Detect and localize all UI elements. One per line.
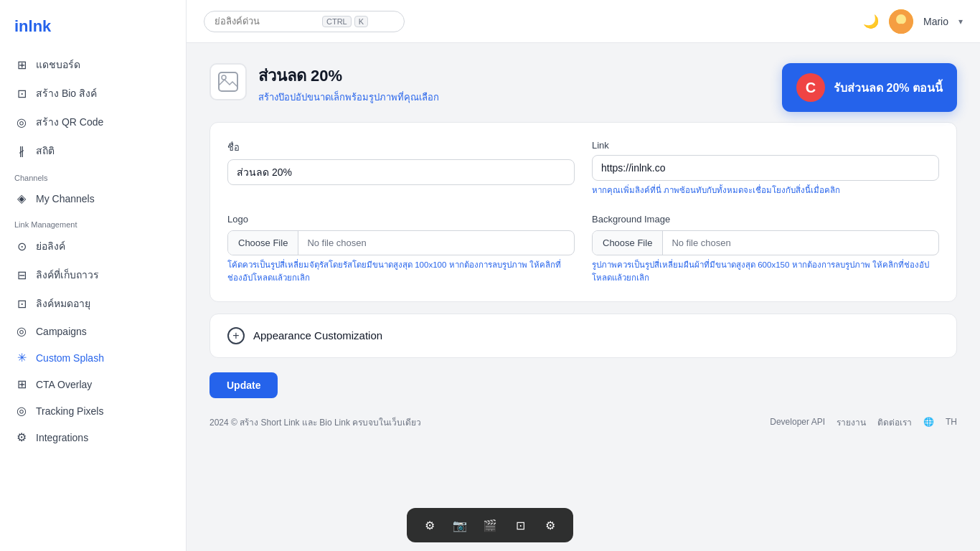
toolbar-settings-icon[interactable]: ⚙ [418, 514, 441, 537]
user-name[interactable]: Mario [923, 16, 948, 27]
bg-hint: รูปภาพควรเป็นรูปสี่เหลี่ยมผืนผ้าที่มีขนา… [592, 259, 939, 284]
footer-report[interactable]: รายงาน [837, 415, 866, 429]
image-icon [217, 71, 239, 93]
svg-point-1 [896, 14, 906, 24]
bg-label: Background Image [592, 214, 939, 225]
footer-copyright: 2024 © สร้าง Short Link และ Bio Link ครบ… [209, 415, 421, 429]
qr-code-icon: ◎ [14, 116, 29, 129]
custom-splash-icon: ✳ [14, 351, 29, 364]
bg-group: Background Image Choose File No file cho… [592, 214, 939, 284]
main-form-card: ชื่อ Link หากคุณเพิ่มลิงค์ที่นี่ ภาพซ้อน… [209, 122, 957, 302]
logo-in: in [14, 17, 29, 35]
svg-rect-3 [219, 72, 237, 91]
link-label: Link [592, 140, 939, 151]
footer: 2024 © สร้าง Short Link และ Bio Link ครบ… [209, 415, 957, 429]
sidebar-item-my-channels[interactable]: ◈ My Channels [0, 185, 186, 212]
sidebar-item-bio-link[interactable]: ⊡ สร้าง Bio สิงค์ [0, 79, 186, 108]
sidebar-item-qr-code[interactable]: ◎ สร้าง QR Code [0, 108, 186, 136]
sidebar-item-expired-links[interactable]: ⊡ ลิงค์หมดอายุ [0, 289, 186, 318]
bg-choose-file-btn[interactable]: Choose File [593, 231, 663, 255]
toolbar-camera-icon[interactable]: 📷 [448, 514, 471, 537]
bottom-toolbar: ⚙ 📷 🎬 ⊡ ⚙ [407, 508, 573, 542]
main-area: CTRL K 🌙 Mario ▾ C รับส่วนลด 20% ตอนนี้ [187, 0, 980, 551]
link-hint: หากคุณเพิ่มลิงค์ที่นี่ ภาพซ้อนทับกับทั้ง… [592, 184, 939, 197]
update-button[interactable]: Update [209, 372, 278, 398]
k-kbd: K [354, 16, 368, 27]
appearance-card[interactable]: + Appearance Customization [209, 314, 957, 358]
expand-icon: + [227, 327, 245, 344]
logo-group: Logo Choose File No file chosen โค้ดควรเ… [227, 214, 575, 284]
sidebar-item-dashboard[interactable]: ⊞ แดชบอร์ด [0, 50, 186, 79]
logo: inlnk [0, 11, 186, 50]
sidebar-item-saved-links[interactable]: ⊟ ลิงค์ที่เก็บถาวร [0, 260, 186, 289]
avatar [889, 9, 913, 34]
channels-label: Channels [0, 165, 186, 185]
logo-hint: โค้ดควรเป็นรูปสี่เหลี่ยมจัตุรัสโดยรัสโดย… [227, 259, 575, 284]
toolbar-screen-icon[interactable]: ⊡ [509, 514, 532, 537]
saved-links-icon: ⊟ [14, 268, 29, 282]
sidebar-item-custom-splash[interactable]: ✳ Custom Splash [0, 344, 186, 371]
search-input[interactable] [215, 16, 315, 27]
avatar-image [889, 9, 913, 34]
search-shortcut: CTRL K [322, 16, 368, 27]
page-title: ส่วนลด 20% [258, 63, 439, 88]
toolbar-gear-icon[interactable]: ⚙ [539, 514, 562, 537]
cta-overlay-icon: ⊞ [14, 377, 29, 391]
name-group: ชื่อ [227, 140, 575, 197]
name-input[interactable] [227, 159, 575, 185]
expired-links-icon: ⊡ [14, 297, 29, 311]
user-chevron-icon[interactable]: ▾ [958, 17, 963, 27]
name-label: ชื่อ [227, 140, 575, 155]
appearance-label: Appearance Customization [253, 329, 382, 342]
sidebar-item-campaigns[interactable]: ◎ Campaigns [0, 318, 186, 344]
footer-links: Developer API รายงาน ติดต่อเรา 🌐 TH [770, 415, 957, 429]
logo-lnk: lnk [29, 17, 52, 35]
dashboard-icon: ⊞ [14, 58, 29, 72]
svg-point-4 [222, 75, 226, 80]
logo-file-name: No file chosen [298, 231, 374, 255]
link-group: Link หากคุณเพิ่มลิงค์ที่นี่ ภาพซ้อนทับกั… [592, 140, 939, 197]
toolbar-video-icon[interactable]: 🎬 [479, 514, 501, 537]
globe-icon: 🌐 [923, 417, 934, 427]
page-icon [209, 63, 247, 100]
logo-choose-file-btn[interactable]: Choose File [228, 231, 298, 255]
stats-icon: ∦ [14, 144, 29, 158]
dark-mode-icon[interactable]: 🌙 [863, 14, 879, 29]
logo-label: Logo [227, 214, 575, 225]
logo-file-wrapper: Choose File No file chosen [227, 230, 575, 255]
footer-lang[interactable]: TH [946, 417, 957, 427]
page-subtitle: สร้างป๊อปอัปขนาดเล็กพร้อมรูปภาพที่คุณเลื… [258, 90, 439, 105]
ad-badge: C [796, 73, 825, 102]
ctrl-kbd: CTRL [322, 16, 352, 27]
name-link-row: ชื่อ Link หากคุณเพิ่มลิงค์ที่นี่ ภาพซ้อน… [227, 140, 939, 197]
bg-file-name: No file chosen [663, 231, 739, 255]
campaigns-icon: ◎ [14, 324, 29, 338]
bio-link-icon: ⊡ [14, 87, 29, 100]
tracking-pixels-icon: ◎ [14, 404, 29, 418]
sidebar-item-tracking-pixels[interactable]: ◎ Tracking Pixels [0, 397, 186, 424]
shorten-icon: ⊙ [14, 240, 29, 253]
link-mgmt-label: Link Management [0, 212, 186, 232]
topbar: CTRL K 🌙 Mario ▾ [187, 0, 980, 43]
footer-dev-api[interactable]: Developer API [770, 417, 825, 427]
file-upload-row: Logo Choose File No file chosen โค้ดควรเ… [227, 214, 939, 284]
integrations-icon: ⚙ [14, 430, 29, 444]
ad-banner[interactable]: C รับส่วนลด 20% ตอนนี้ [782, 63, 957, 112]
footer-contact[interactable]: ติดต่อเรา [877, 415, 912, 429]
my-channels-icon: ◈ [14, 192, 29, 205]
link-input[interactable] [592, 155, 939, 181]
sidebar-item-integrations[interactable]: ⚙ Integrations [0, 424, 186, 451]
search-bar[interactable]: CTRL K [204, 11, 405, 32]
sidebar: inlnk ⊞ แดชบอร์ด ⊡ สร้าง Bio สิงค์ ◎ สร้… [0, 0, 187, 551]
content-area: C รับส่วนลด 20% ตอนนี้ ส่วนลด 20% สร้างป… [187, 43, 980, 551]
sidebar-item-cta-overlay[interactable]: ⊞ CTA Overlay [0, 371, 186, 397]
bg-file-wrapper: Choose File No file chosen [592, 230, 939, 255]
sidebar-item-shorten[interactable]: ⊙ ย่อลิงค์ [0, 232, 186, 260]
ad-text: รับส่วนลด 20% ตอนนี้ [834, 79, 943, 97]
sidebar-item-stats[interactable]: ∦ สถิติ [0, 136, 186, 165]
page-title-wrap: ส่วนลด 20% สร้างป๊อปอัปขนาดเล็กพร้อมรูปภ… [258, 63, 439, 105]
topbar-right: 🌙 Mario ▾ [863, 9, 963, 34]
